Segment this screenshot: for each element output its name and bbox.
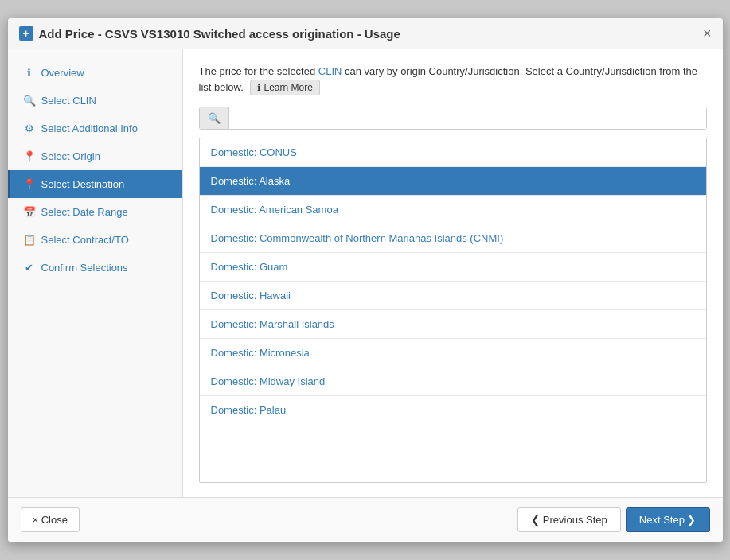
close-button[interactable]: × Close	[21, 508, 80, 532]
next-step-button[interactable]: Next Step ❯	[626, 508, 710, 532]
info-circle-icon: ℹ	[257, 82, 261, 93]
search-input[interactable]	[229, 107, 706, 129]
check-icon: ✔	[23, 262, 36, 274]
clin-link[interactable]: CLIN	[318, 65, 342, 77]
list-item[interactable]: Domestic: American Samoa	[200, 196, 706, 224]
sidebar-item-additional-info[interactable]: ⚙ Select Additional Info	[8, 115, 182, 142]
learn-more-label: Learn More	[264, 82, 313, 93]
search-bar: 🔍	[199, 107, 707, 130]
modal-overlay: + Add Price - CSVS VS13010 Switched acce…	[0, 0, 730, 560]
modal-close-button[interactable]: ×	[703, 26, 712, 41]
info-text-part1: The price for the selected	[199, 65, 318, 77]
list-item[interactable]: Domestic: Micronesia	[200, 339, 706, 368]
modal: + Add Price - CSVS VS13010 Switched acce…	[7, 18, 724, 542]
list-item[interactable]: Domestic: Marshall Islands	[200, 310, 706, 339]
list-item[interactable]: Domestic: Commonwealth of Northern Maria…	[200, 224, 706, 253]
search-icon: 🔍	[23, 95, 36, 107]
gear-icon: ⚙	[23, 122, 36, 134]
sidebar-item-confirm-selections[interactable]: ✔ Confirm Selections	[8, 254, 182, 282]
pin-icon: 📍	[23, 150, 36, 162]
content-area: The price for the selected CLIN can vary…	[183, 49, 723, 497]
modal-header: + Add Price - CSVS VS13010 Switched acce…	[8, 18, 723, 49]
sidebar: ℹ Overview 🔍 Select CLIN ⚙ Select Additi…	[8, 49, 183, 497]
plus-icon: +	[19, 26, 33, 41]
list-item[interactable]: Domestic: Palau	[200, 396, 706, 424]
modal-footer: × Close ❮ Previous Step Next Step ❯	[8, 497, 723, 542]
search-button[interactable]: 🔍	[200, 107, 229, 129]
previous-step-button[interactable]: ❮ Previous Step	[517, 508, 621, 532]
info-icon: ℹ	[23, 67, 36, 79]
sidebar-item-select-contract[interactable]: 📋 Select Contract/TO	[8, 226, 182, 254]
sidebar-item-label: Overview	[41, 67, 84, 79]
pin-icon: 📍	[23, 178, 36, 190]
sidebar-item-label: Select Date Range	[41, 206, 128, 218]
list-item[interactable]: Domestic: CONUS	[200, 138, 706, 167]
list-item[interactable]: Domestic: Hawaii	[200, 282, 706, 310]
sidebar-item-select-date-range[interactable]: 📅 Select Date Range	[8, 198, 182, 226]
sidebar-item-label: Select Destination	[41, 178, 125, 190]
destination-list: Domestic: CONUS Domestic: Alaska Domesti…	[199, 138, 707, 484]
nav-buttons: ❮ Previous Step Next Step ❯	[517, 508, 709, 532]
learn-more-button[interactable]: ℹ Learn More	[250, 80, 320, 95]
sidebar-item-label: Select Additional Info	[41, 122, 138, 134]
list-item[interactable]: Domestic: Alaska	[200, 167, 706, 196]
sidebar-item-label: Select CLIN	[41, 95, 96, 107]
clipboard-icon: 📋	[23, 234, 36, 246]
sidebar-item-select-origin[interactable]: 📍 Select Origin	[8, 142, 182, 170]
sidebar-item-select-destination[interactable]: 📍 Select Destination	[8, 170, 182, 198]
info-text: The price for the selected CLIN can vary…	[199, 64, 707, 95]
modal-title-area: + Add Price - CSVS VS13010 Switched acce…	[19, 26, 400, 41]
list-item[interactable]: Domestic: Midway Island	[200, 368, 706, 396]
sidebar-item-label: Select Contract/TO	[41, 234, 129, 246]
list-item[interactable]: Domestic: Guam	[200, 253, 706, 282]
sidebar-item-label: Select Origin	[41, 150, 100, 162]
sidebar-item-label: Confirm Selections	[41, 262, 128, 274]
calendar-icon: 📅	[23, 206, 36, 218]
modal-title: Add Price - CSVS VS13010 Switched access…	[39, 27, 400, 41]
sidebar-item-overview[interactable]: ℹ Overview	[8, 59, 182, 87]
modal-body: ℹ Overview 🔍 Select CLIN ⚙ Select Additi…	[8, 49, 723, 497]
sidebar-item-select-clin[interactable]: 🔍 Select CLIN	[8, 87, 182, 115]
